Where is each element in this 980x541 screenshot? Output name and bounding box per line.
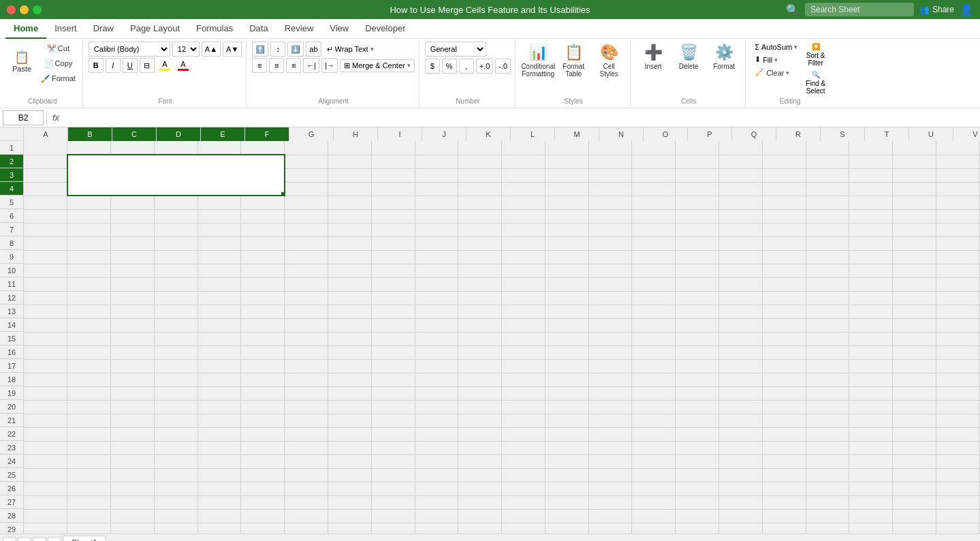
cut-button[interactable]: ✂️ Cut [38, 42, 78, 55]
tab-developer[interactable]: Developer [357, 19, 413, 39]
font-color-button[interactable]: A [175, 59, 191, 72]
decrease-decimal-button[interactable]: -.0 [495, 59, 511, 74]
col-header-u[interactable]: U [909, 127, 953, 141]
paste-button[interactable]: 📋 Paste [7, 42, 37, 82]
cell-g1[interactable] [285, 141, 328, 155]
tab-insert[interactable]: Insert [46, 19, 85, 39]
cell-g2[interactable] [285, 155, 328, 168]
font-size-select[interactable]: 12 [172, 42, 200, 57]
align-bottom-button[interactable]: ⬇️ [287, 42, 304, 57]
col-header-t[interactable]: T [865, 127, 909, 141]
cell-r4[interactable] [762, 182, 806, 196]
cell-q1[interactable] [719, 141, 763, 155]
cell-m2[interactable] [545, 155, 588, 168]
find-select-button[interactable]: 🔍 Find &Select [802, 69, 829, 96]
cell-q2[interactable] [719, 155, 763, 168]
formula-input[interactable] [65, 112, 977, 124]
cell-d1[interactable] [154, 141, 197, 155]
cell-j3[interactable] [415, 168, 458, 182]
cell-p3[interactable] [676, 168, 719, 182]
cell-o1[interactable] [632, 141, 676, 155]
cell-h4[interactable] [328, 182, 371, 196]
row-num-18[interactable]: 18 [0, 373, 24, 386]
cell-j1[interactable] [415, 141, 458, 155]
cell-g3[interactable] [285, 168, 328, 182]
cell-k2[interactable] [458, 155, 502, 168]
col-header-p[interactable]: P [688, 127, 732, 141]
col-header-i[interactable]: I [378, 127, 422, 141]
decrease-indent-button[interactable]: ←| [303, 58, 319, 73]
cell-u1[interactable] [893, 141, 936, 155]
col-header-j[interactable]: J [422, 127, 467, 141]
cell-e1[interactable] [197, 141, 241, 155]
col-header-s[interactable]: S [821, 127, 865, 141]
col-header-o[interactable]: O [644, 127, 688, 141]
cell-r2[interactable] [762, 155, 806, 168]
cell-j4[interactable] [415, 182, 458, 196]
decrease-font-button[interactable]: A▼ [223, 42, 242, 57]
cell-u3[interactable] [893, 168, 936, 182]
cell-p1[interactable] [676, 141, 719, 155]
tab-data[interactable]: Data [241, 19, 276, 39]
bold-button[interactable]: B [89, 58, 104, 73]
cell-l2[interactable] [502, 155, 546, 168]
fill-color-button[interactable]: A [157, 59, 173, 72]
row-num-5[interactable]: 5 [0, 196, 24, 209]
cell-c1[interactable] [111, 141, 155, 155]
cell-v3[interactable] [936, 168, 979, 182]
add-sheet-button[interactable]: + [108, 537, 121, 542]
cell-m1[interactable] [545, 141, 588, 155]
cell-l4[interactable] [502, 182, 546, 196]
cell-t2[interactable] [849, 155, 893, 168]
tab-review[interactable]: Review [276, 19, 322, 39]
cell-u2[interactable] [893, 155, 936, 168]
cell-f1[interactable] [241, 141, 285, 155]
cell-s4[interactable] [806, 182, 849, 196]
col-header-f[interactable]: F [245, 127, 289, 141]
cell-b2-merged[interactable] [67, 155, 285, 196]
row-num-11[interactable]: 11 [0, 277, 24, 291]
cell-k4[interactable] [458, 182, 502, 196]
row-num-2[interactable]: 2 [0, 155, 24, 168]
row-num-25[interactable]: 25 [0, 468, 24, 482]
cell-q4[interactable] [719, 182, 763, 196]
cell-h2[interactable] [328, 155, 371, 168]
format-table-button[interactable]: 📋 Format Table [556, 42, 590, 80]
col-header-d[interactable]: D [157, 127, 201, 141]
row-num-14[interactable]: 14 [0, 318, 24, 332]
border-button[interactable]: ⊟ [140, 58, 155, 73]
cell-i1[interactable] [371, 141, 415, 155]
row-num-6[interactable]: 6 [0, 209, 24, 223]
col-header-a[interactable]: A [24, 127, 68, 141]
cell-n3[interactable] [588, 168, 632, 182]
corner-cell[interactable] [0, 127, 24, 141]
col-header-n[interactable]: N [599, 127, 644, 141]
col-header-m[interactable]: M [555, 127, 599, 141]
cell-l3[interactable] [502, 168, 546, 182]
row-num-19[interactable]: 19 [0, 386, 24, 400]
cell-o4[interactable] [632, 182, 676, 196]
grid-scroll[interactable] [24, 141, 980, 534]
cell-a3[interactable] [24, 168, 67, 182]
font-family-select[interactable]: Calibri (Body) [89, 42, 170, 57]
cell-v1[interactable] [936, 141, 979, 155]
row-num-24[interactable]: 24 [0, 454, 24, 468]
cell-n1[interactable] [588, 141, 632, 155]
cell-s2[interactable] [806, 155, 849, 168]
align-left-button[interactable]: ≡ [252, 58, 267, 73]
clear-button[interactable]: 🧹 Clear ▾ [751, 67, 801, 78]
row-num-10[interactable]: 10 [0, 264, 24, 277]
col-header-h[interactable]: H [334, 127, 378, 141]
tab-formulas[interactable]: Formulas [188, 19, 241, 39]
increase-font-button[interactable]: A▲ [202, 42, 221, 57]
col-header-g[interactable]: G [289, 127, 334, 141]
share-button[interactable]: 👥 Share [919, 5, 954, 14]
cell-h1[interactable] [328, 141, 371, 155]
cell-a4[interactable] [24, 182, 67, 196]
comma-button[interactable]: , [459, 59, 474, 74]
row-num-20[interactable]: 20 [0, 400, 24, 414]
row-num-22[interactable]: 22 [0, 427, 24, 441]
cell-h3[interactable] [328, 168, 371, 182]
close-button[interactable] [7, 5, 16, 14]
cell-r1[interactable] [762, 141, 806, 155]
